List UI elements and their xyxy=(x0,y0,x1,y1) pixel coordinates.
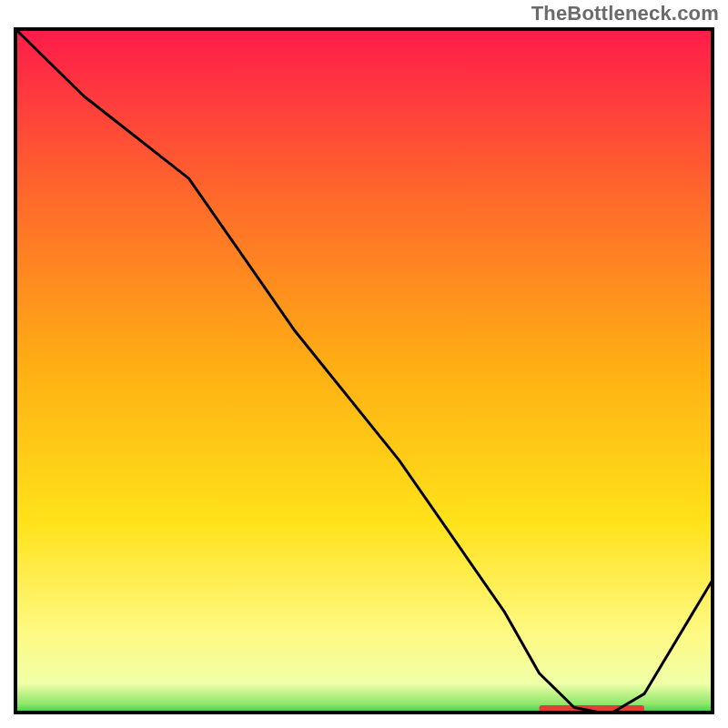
chart-plot xyxy=(14,27,714,714)
chart-svg xyxy=(14,27,714,714)
watermark-text: TheBottleneck.com xyxy=(531,2,719,25)
chart-background xyxy=(14,27,714,714)
chart-stage: TheBottleneck.com xyxy=(0,0,728,728)
